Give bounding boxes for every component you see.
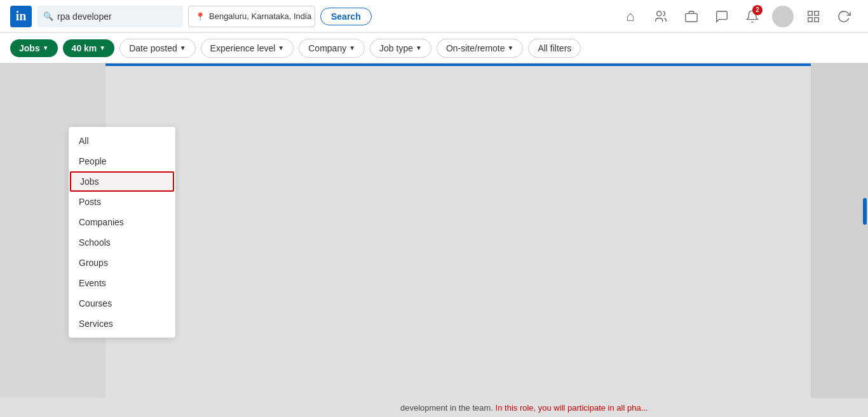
people-icon: [654, 10, 668, 23]
dropdown-item-people[interactable]: People: [69, 151, 175, 171]
onsite-chevron-icon: ▼: [508, 44, 514, 51]
search-bar-container: [37, 6, 183, 27]
date-posted-filter-button[interactable]: Date posted ▼: [119, 39, 195, 58]
bottom-bar-link[interactable]: In this role, you will participate in al…: [496, 403, 648, 413]
search-button[interactable]: Search: [320, 8, 372, 25]
refresh-icon: [837, 10, 851, 23]
scrollbar-thumb[interactable]: [863, 198, 867, 225]
navbar: in Bengaluru, Karnataka, India Search ⌂: [0, 0, 868, 33]
onsite-filter-button[interactable]: On-site/remote ▼: [437, 39, 524, 58]
nav-icons: ⌂ 2: [616, 3, 858, 30]
bottom-bar: development in the team. In this role, y…: [0, 398, 868, 417]
dropdown-item-jobs[interactable]: Jobs: [70, 171, 174, 192]
right-sidebar: [811, 63, 868, 398]
progress-bar: [105, 63, 868, 66]
location-text: Bengaluru, Karnataka, India: [209, 11, 311, 21]
dropdown-item-companies[interactable]: Companies: [69, 212, 175, 232]
dropdown-item-all[interactable]: All: [69, 131, 175, 151]
distance-filter-button[interactable]: 40 km ▼: [63, 39, 115, 57]
location-bar-container: Bengaluru, Karnataka, India: [188, 6, 315, 27]
search-input[interactable]: [57, 11, 177, 22]
job-type-chevron-icon: ▼: [416, 44, 422, 51]
filter-bar: Jobs ▼ 40 km ▼ Date posted ▼ Experience …: [0, 33, 868, 63]
chat-icon: [715, 10, 729, 23]
dropdown-item-events[interactable]: Events: [69, 273, 175, 293]
briefcase-icon: [684, 10, 698, 23]
dropdown-item-services[interactable]: Services: [69, 314, 175, 334]
svg-rect-1: [686, 13, 697, 22]
svg-rect-5: [815, 17, 818, 21]
location-icon: [195, 11, 205, 22]
dropdown-item-posts[interactable]: Posts: [69, 192, 175, 212]
grid-icon: [806, 10, 820, 23]
company-chevron-icon: ▼: [349, 44, 355, 51]
refresh-nav-item[interactable]: [830, 3, 858, 30]
distance-chevron-icon: ▼: [99, 44, 105, 51]
notifications-nav-item[interactable]: 2: [738, 3, 766, 30]
notification-badge: 2: [752, 5, 763, 15]
grid-nav-item[interactable]: [799, 3, 827, 30]
search-icon: [43, 11, 53, 21]
bottom-bar-text: development in the team. In this role, y…: [400, 403, 648, 413]
svg-rect-4: [808, 17, 812, 21]
date-chevron-icon: ▼: [180, 44, 186, 51]
jobs-filter-button[interactable]: Jobs ▼: [10, 39, 58, 57]
jobs-chevron-icon: ▼: [43, 44, 49, 51]
svg-rect-3: [815, 11, 818, 15]
experience-chevron-icon: ▼: [278, 44, 284, 51]
home-icon: ⌂: [626, 8, 634, 25]
content-area: development in the team. In this role, y…: [0, 63, 868, 417]
svg-rect-2: [808, 11, 812, 15]
messaging-nav-item[interactable]: [708, 3, 736, 30]
all-filters-button[interactable]: All filters: [528, 39, 581, 58]
dropdown-item-courses[interactable]: Courses: [69, 293, 175, 314]
linkedin-logo[interactable]: in: [10, 6, 32, 27]
dropdown-item-groups[interactable]: Groups: [69, 253, 175, 273]
dropdown-menu: All People Jobs Posts Companies Schools …: [69, 127, 175, 338]
network-nav-item[interactable]: [647, 3, 675, 30]
experience-filter-button[interactable]: Experience level ▼: [201, 39, 294, 58]
dropdown-item-schools[interactable]: Schools: [69, 232, 175, 253]
page-layout: in Bengaluru, Karnataka, India Search ⌂: [0, 0, 868, 417]
job-type-filter-button[interactable]: Job type ▼: [370, 39, 431, 58]
jobs-nav-item[interactable]: [677, 3, 705, 30]
company-filter-button[interactable]: Company ▼: [299, 39, 365, 58]
svg-point-0: [657, 11, 661, 15]
home-nav-item[interactable]: ⌂: [616, 3, 644, 30]
avatar: [772, 6, 794, 27]
avatar-nav-item[interactable]: [769, 3, 797, 30]
